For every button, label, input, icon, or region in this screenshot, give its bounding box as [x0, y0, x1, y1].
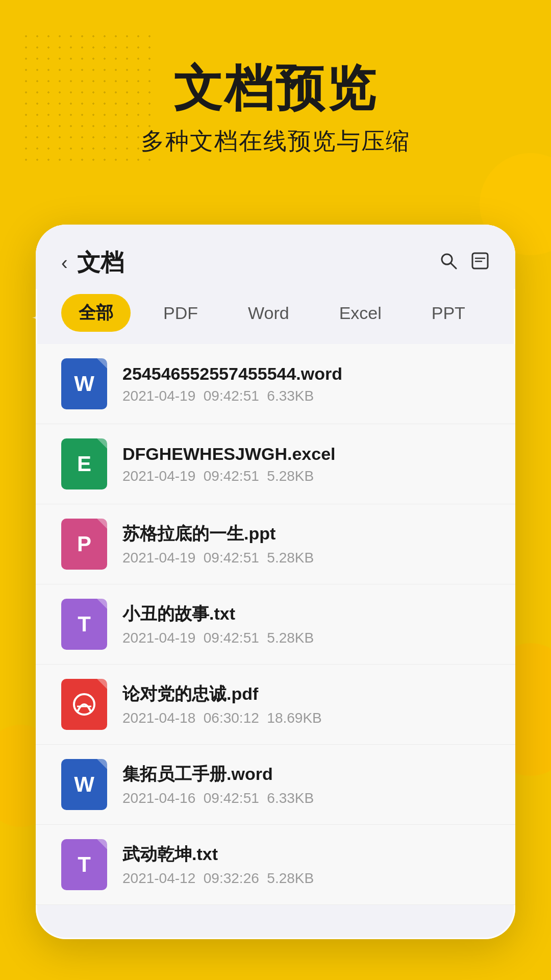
file-info-3: 苏格拉底的一生.ppt 2021-04-19 09:42:51 5.28KB: [122, 522, 490, 566]
back-icon[interactable]: ‹: [61, 253, 68, 273]
file-item-7[interactable]: T 武动乾坤.txt 2021-04-12 09:32:26 5.28KB: [36, 825, 515, 905]
file-name-7: 武动乾坤.txt: [122, 843, 490, 866]
sub-title: 多种文档在线预览与压缩: [0, 126, 551, 157]
search-icon[interactable]: [439, 251, 458, 275]
edit-icon[interactable]: [470, 251, 490, 275]
nav-icons: [439, 251, 490, 275]
file-item-4[interactable]: T 小丑的故事.txt 2021-04-19 09:42:51 5.28KB: [36, 584, 515, 665]
tab-pdf[interactable]: PDF: [146, 296, 215, 330]
file-meta-4: 2021-04-19 09:42:51 5.28KB: [122, 630, 490, 646]
nav-title: 文档: [77, 247, 124, 279]
file-name-6: 集拓员工手册.word: [122, 763, 490, 786]
file-info-5: 论对党的忠诚.pdf 2021-04-18 06:30:12 18.69KB: [122, 682, 490, 726]
file-info-7: 武动乾坤.txt 2021-04-12 09:32:26 5.28KB: [122, 843, 490, 887]
file-item-1[interactable]: W 254546552557455544.word 2021-04-19 09:…: [36, 344, 515, 424]
file-name-4: 小丑的故事.txt: [122, 602, 490, 626]
tab-all[interactable]: 全部: [61, 294, 131, 332]
file-item-5[interactable]: 论对党的忠诚.pdf 2021-04-18 06:30:12 18.69KB: [36, 665, 515, 745]
file-info-2: DFGHEWHESJWGH.excel 2021-04-19 09:42:51 …: [122, 444, 490, 484]
header-section: 文档预览 多种文档在线预览与压缩: [0, 61, 551, 157]
file-name-5: 论对党的忠诚.pdf: [122, 682, 490, 706]
txt-icon-4: T: [61, 599, 107, 650]
phone-header: ‹ 文档: [36, 225, 515, 289]
file-info-6: 集拓员工手册.word 2021-04-16 09:42:51 6.33KB: [122, 763, 490, 806]
tab-tx[interactable]: TX: [498, 296, 515, 330]
file-list: W 254546552557455544.word 2021-04-19 09:…: [36, 344, 515, 905]
file-meta-1: 2021-04-19 09:42:51 6.33KB: [122, 388, 490, 404]
main-title: 文档预览: [0, 61, 551, 115]
file-item-3[interactable]: P 苏格拉底的一生.ppt 2021-04-19 09:42:51 5.28KB: [36, 504, 515, 584]
file-item-6[interactable]: W 集拓员工手册.word 2021-04-16 09:42:51 6.33KB: [36, 745, 515, 825]
file-meta-5: 2021-04-18 06:30:12 18.69KB: [122, 710, 490, 726]
filter-tabs: 全部 PDF Word Excel PPT TX: [36, 289, 515, 344]
excel-icon-2: E: [61, 438, 107, 489]
tab-excel[interactable]: Excel: [322, 296, 399, 330]
file-item-2[interactable]: E DFGHEWHESJWGH.excel 2021-04-19 09:42:5…: [36, 424, 515, 504]
tab-word[interactable]: Word: [231, 296, 307, 330]
file-meta-7: 2021-04-12 09:32:26 5.28KB: [122, 870, 490, 887]
svg-line-1: [451, 263, 457, 268]
txt-icon-7: T: [61, 839, 107, 890]
word-icon-6: W: [61, 759, 107, 810]
file-name-1: 254546552557455544.word: [122, 364, 490, 384]
file-meta-6: 2021-04-16 09:42:51 6.33KB: [122, 790, 490, 806]
file-info-1: 254546552557455544.word 2021-04-19 09:42…: [122, 364, 490, 404]
pdf-icon-5: [61, 679, 107, 730]
nav-left: ‹ 文档: [61, 247, 124, 279]
tab-ppt[interactable]: PPT: [414, 296, 483, 330]
file-meta-3: 2021-04-19 09:42:51 5.28KB: [122, 550, 490, 566]
file-info-4: 小丑的故事.txt 2021-04-19 09:42:51 5.28KB: [122, 602, 490, 646]
file-name-3: 苏格拉底的一生.ppt: [122, 522, 490, 546]
phone-mockup: ‹ 文档 全部 PDF Word Excel PPT: [36, 225, 515, 939]
word-icon-1: W: [61, 358, 107, 409]
ppt-icon-3: P: [61, 519, 107, 570]
file-meta-2: 2021-04-19 09:42:51 5.28KB: [122, 468, 490, 484]
file-name-2: DFGHEWHESJWGH.excel: [122, 444, 490, 464]
